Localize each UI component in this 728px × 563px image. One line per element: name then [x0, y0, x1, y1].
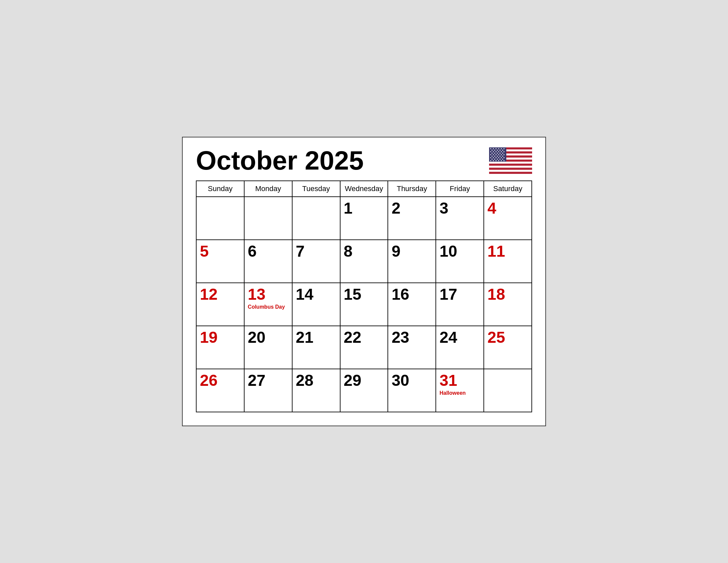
svg-point-29	[498, 151, 499, 152]
svg-point-50	[496, 157, 497, 158]
calendar-header: October 2025	[196, 147, 532, 174]
calendar-cell: 25	[484, 326, 532, 369]
day-number: 23	[391, 329, 432, 347]
svg-point-36	[502, 153, 503, 154]
calendar-cell: 14	[292, 283, 340, 326]
day-number: 6	[248, 243, 289, 260]
day-number: 4	[487, 200, 528, 217]
month-title: October 2025	[196, 147, 364, 174]
svg-point-45	[497, 156, 498, 157]
day-number: 16	[391, 286, 432, 304]
svg-point-60	[493, 160, 494, 161]
calendar-cell: 7	[292, 240, 340, 283]
calendar-cell: 11	[484, 240, 532, 283]
svg-point-62	[498, 160, 499, 161]
svg-point-17	[496, 148, 497, 149]
day-number: 31	[439, 372, 480, 390]
svg-point-54	[492, 159, 493, 160]
svg-point-23	[497, 150, 498, 151]
week-row-3: 1213Columbus Day1415161718	[196, 283, 532, 326]
day-number: 22	[344, 329, 385, 347]
day-number: 10	[439, 243, 480, 260]
week-row-1: 1234	[196, 197, 532, 240]
svg-point-40	[498, 154, 499, 155]
svg-point-39	[496, 154, 497, 155]
svg-point-34	[497, 153, 498, 154]
svg-rect-8	[489, 162, 532, 164]
svg-point-26	[490, 151, 491, 152]
svg-point-30	[501, 151, 502, 152]
calendar-cell: 26	[196, 369, 244, 412]
day-number: 2	[391, 200, 432, 217]
day-number: 29	[344, 372, 385, 390]
calendar-cell: 2	[388, 197, 436, 240]
calendar-cell: 27	[244, 369, 292, 412]
calendar-cell	[244, 197, 292, 240]
svg-point-55	[494, 159, 495, 160]
day-header-thursday: Thursday	[388, 181, 436, 197]
day-number: 7	[296, 243, 337, 260]
svg-point-31	[504, 151, 505, 152]
day-number: 30	[391, 372, 432, 390]
day-number: 11	[487, 243, 528, 260]
days-header-row: SundayMondayTuesdayWednesdayThursdayFrid…	[196, 181, 532, 197]
svg-point-47	[502, 156, 503, 157]
calendar-cell: 4	[484, 197, 532, 240]
calendar-cell: 6	[244, 240, 292, 283]
day-number: 28	[296, 372, 337, 390]
svg-point-20	[504, 148, 505, 149]
week-row-5: 262728293031Halloween	[196, 369, 532, 412]
svg-point-52	[501, 157, 502, 158]
day-header-monday: Monday	[244, 181, 292, 197]
svg-point-19	[501, 148, 502, 149]
svg-point-37	[490, 154, 491, 155]
svg-point-64	[504, 160, 505, 161]
calendar-cell: 16	[388, 283, 436, 326]
calendar-cell: 13Columbus Day	[244, 283, 292, 326]
svg-rect-10	[489, 165, 532, 167]
calendar-cell: 28	[292, 369, 340, 412]
svg-point-51	[498, 157, 499, 158]
calendar-cell	[292, 197, 340, 240]
svg-rect-11	[489, 168, 532, 170]
svg-point-48	[490, 157, 491, 158]
day-header-wednesday: Wednesday	[340, 181, 388, 197]
calendar-cell: 22	[340, 326, 388, 369]
svg-point-27	[493, 151, 494, 152]
calendar-cell: 9	[388, 240, 436, 283]
day-number: 20	[248, 329, 289, 347]
svg-point-59	[490, 160, 491, 161]
svg-point-21	[492, 150, 493, 151]
svg-point-43	[492, 156, 493, 157]
day-number: 18	[487, 286, 528, 304]
calendar-cell: 1	[340, 197, 388, 240]
day-number: 8	[344, 243, 385, 260]
svg-point-41	[501, 154, 502, 155]
svg-point-53	[504, 157, 505, 158]
svg-point-35	[500, 153, 501, 154]
calendar-cell: 10	[436, 240, 484, 283]
calendar-cell: 23	[388, 326, 436, 369]
svg-point-49	[493, 157, 494, 158]
calendar-cell: 15	[340, 283, 388, 326]
day-number: 24	[439, 329, 480, 347]
day-header-tuesday: Tuesday	[292, 181, 340, 197]
svg-point-56	[497, 159, 498, 160]
day-number: 21	[296, 329, 337, 347]
day-number: 9	[391, 243, 432, 260]
svg-rect-13	[489, 172, 532, 174]
svg-point-28	[496, 151, 497, 152]
svg-point-25	[502, 150, 503, 151]
day-number: 17	[439, 286, 480, 304]
svg-point-18	[498, 148, 499, 149]
calendar-cell: 3	[436, 197, 484, 240]
svg-point-32	[492, 153, 493, 154]
svg-point-24	[500, 150, 501, 151]
svg-point-57	[500, 159, 501, 160]
svg-point-33	[494, 153, 495, 154]
svg-point-58	[502, 159, 503, 160]
svg-point-22	[494, 150, 495, 151]
calendar-cell: 21	[292, 326, 340, 369]
week-row-4: 19202122232425	[196, 326, 532, 369]
day-header-saturday: Saturday	[484, 181, 532, 197]
